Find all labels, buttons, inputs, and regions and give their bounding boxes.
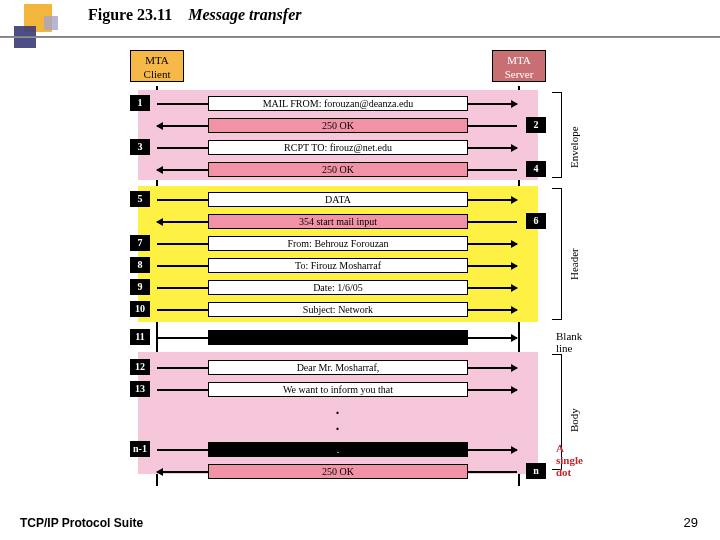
figure-title: Figure 23.11 Message transfer (88, 6, 302, 24)
exchange-row-7: 7From: Behrouz Forouzan (120, 234, 556, 253)
exchange-row-4: 4250 OK (120, 160, 556, 179)
message-box: 250 OK (208, 118, 468, 133)
step-number: 6 (526, 213, 546, 229)
message-box: MAIL FROM: forouzan@deanza.edu (208, 96, 468, 111)
message-box (208, 330, 468, 345)
title-rule (0, 36, 720, 38)
mta-server-node: MTA Server (492, 50, 546, 82)
step-number: 5 (130, 191, 150, 207)
message-box: We want to inform you that (208, 382, 468, 397)
message-box: 250 OK (208, 464, 468, 479)
step-number: 8 (130, 257, 150, 273)
step-number: 3 (130, 139, 150, 155)
mta-server-l2: Server (505, 68, 534, 80)
mta-client-l1: MTA (145, 54, 169, 66)
figure-name: Message transfer (176, 6, 301, 23)
exchange-row-9: 9Date: 1/6/05 (120, 278, 556, 297)
exchange-row-3: 3RCPT TO: firouz@net.edu (120, 138, 556, 157)
message-box: DATA (208, 192, 468, 207)
message-box: Dear Mr. Mosharraf, (208, 360, 468, 375)
step-number: 12 (130, 359, 150, 375)
step-number: 11 (130, 329, 150, 345)
label-single-dot: A single dot (556, 442, 590, 478)
message-box: 354 start mail input (208, 214, 468, 229)
step-number: 10 (130, 301, 150, 317)
message-box: To: Firouz Mosharraf (208, 258, 468, 273)
exchange-row-10: 10Subject: Network (120, 300, 556, 319)
message-transfer-diagram: MTA Client MTA Server 1MAIL FROM: forouz… (120, 46, 590, 496)
message-box: RCPT TO: firouz@net.edu (208, 140, 468, 155)
exchange-row-11: 11 (120, 328, 556, 347)
exchange-row-2: 2250 OK (120, 116, 556, 135)
step-number: n (526, 463, 546, 479)
mta-client-node: MTA Client (130, 50, 184, 82)
exchange-row-n: n250 OK (120, 462, 556, 481)
step-number: 1 (130, 95, 150, 111)
ellipsis-dots: ··· (330, 406, 346, 454)
step-number: 2 (526, 117, 546, 133)
step-number: n-1 (130, 441, 150, 457)
exchange-row-1: 1MAIL FROM: forouzan@deanza.edu (120, 94, 556, 113)
mta-client-l2: Client (144, 68, 171, 80)
exchange-row-12: 12Dear Mr. Mosharraf, (120, 358, 556, 377)
step-number: 7 (130, 235, 150, 251)
message-box: Subject: Network (208, 302, 468, 317)
exchange-row-8: 8To: Firouz Mosharraf (120, 256, 556, 275)
message-box: Date: 1/6/05 (208, 280, 468, 295)
step-number: 4 (526, 161, 546, 177)
label-body: Body (568, 408, 580, 432)
bracket-header (552, 188, 562, 320)
exchange-row-5: 5DATA (120, 190, 556, 209)
message-box: From: Behrouz Forouzan (208, 236, 468, 251)
step-number: 9 (130, 279, 150, 295)
figure-number: Figure 23.11 (88, 6, 172, 23)
footer-text: TCP/IP Protocol Suite (20, 516, 143, 530)
mta-server-l1: MTA (507, 54, 531, 66)
label-envelope: Envelope (568, 126, 580, 168)
label-blank-line: Blank line (556, 330, 590, 354)
exchange-row-6: 6354 start mail input (120, 212, 556, 231)
exchange-row-13: 13We want to inform you that (120, 380, 556, 399)
label-header: Header (568, 248, 580, 280)
bracket-envelope (552, 92, 562, 178)
slide-deco-square-3 (44, 16, 58, 30)
page-number: 29 (684, 515, 698, 530)
message-box: 250 OK (208, 162, 468, 177)
step-number: 13 (130, 381, 150, 397)
